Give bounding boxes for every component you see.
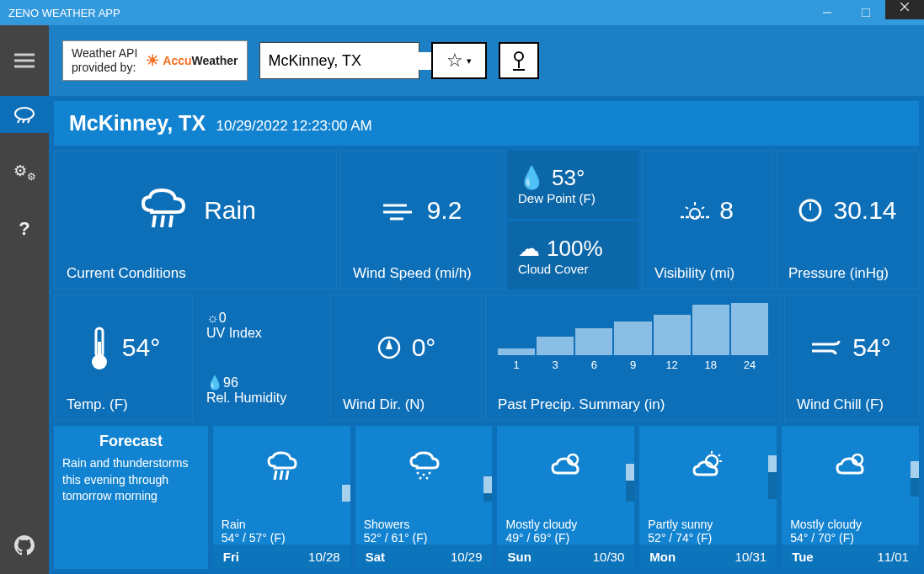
svg-line-15 xyxy=(162,215,163,227)
tile-wind-chill: 54° Wind Chill (F) xyxy=(784,295,919,421)
forecast-condition: Rain xyxy=(213,518,246,531)
forecast-day: Sun xyxy=(507,550,531,564)
tile-pressure: 30.14 Pressure (inHg) xyxy=(776,151,919,290)
forecast-condition: Showers xyxy=(355,518,409,531)
forecast-day-card[interactable]: Partly sunny 52° / 74° (F) Mon 10/31 xyxy=(639,426,777,569)
location-pin-icon xyxy=(510,50,528,72)
pressure-label: Pressure (inHg) xyxy=(788,265,906,282)
precip-bar-label: 24 xyxy=(744,359,756,371)
sidebar-item-help[interactable]: ? xyxy=(0,210,49,247)
pressure-value: 30.14 xyxy=(833,196,896,225)
api-provider-box: Weather API provided by: ☀ AccuWeather xyxy=(62,40,248,81)
forecast-day: Mon xyxy=(649,550,676,564)
forecast-date: 10/29 xyxy=(451,550,483,564)
location-search-box[interactable]: ✕ xyxy=(259,42,419,79)
window-title: ZENO WEATHER APP xyxy=(8,7,120,19)
compass-icon xyxy=(377,335,402,360)
close-button[interactable] xyxy=(885,0,924,19)
forecast-condition: Mostly cloudy xyxy=(497,518,577,531)
forecast-day-card[interactable]: Rain 54° / 57° (F) Fri 10/28 xyxy=(213,426,350,569)
tile-wind-speed: 9.2 Wind Speed (mi/h) xyxy=(340,151,505,290)
page-title: McKinney, TX xyxy=(69,111,206,136)
forecast-date: 10/31 xyxy=(735,550,767,564)
svg-line-34 xyxy=(275,470,276,480)
precip-bar-label: 6 xyxy=(591,359,597,371)
forecast-temps: 52° / 74° (F) xyxy=(639,531,712,545)
cloud-cover-label: Cloud Cover xyxy=(518,262,628,276)
chevron-down-icon: ▾ xyxy=(467,56,472,66)
precip-bar: 1 xyxy=(498,348,535,371)
maximize-button[interactable] xyxy=(847,0,885,25)
droplet-icon: 💧 xyxy=(518,165,545,191)
forecast-date: 11/01 xyxy=(877,550,909,564)
accuweather-logo: ☀ AccuWeather xyxy=(146,51,238,70)
cloud-cover-value: 100% xyxy=(547,236,603,262)
tile-uv-humidity: ☼0 UV Index 💧96 Rel. Humidity xyxy=(196,295,327,421)
svg-marker-31 xyxy=(386,339,393,349)
precip-bar: 6 xyxy=(575,328,612,371)
main-content: McKinney, TX 10/29/2022 12:23:00 AM Rain… xyxy=(49,96,924,574)
forecast-date: 10/30 xyxy=(593,550,625,564)
forecast-day-card[interactable]: Showers 52° / 61° (F) Sat 10/29 xyxy=(355,426,493,569)
visibility-label: Visibility (mi) xyxy=(654,265,760,282)
forecast-condition: Mostly cloudy xyxy=(782,518,862,531)
dew-point-value: 53° xyxy=(552,165,585,191)
menu-button[interactable] xyxy=(0,25,49,96)
help-icon: ? xyxy=(19,218,29,240)
tile-temperature: 54° Temp. (F) xyxy=(54,295,193,421)
weather-icon xyxy=(13,105,36,124)
wind-speed-value: 9.2 xyxy=(427,196,462,225)
svg-rect-29 xyxy=(98,342,101,360)
cloud-icon: ☁ xyxy=(518,236,540,262)
minimize-button[interactable] xyxy=(808,0,847,25)
wind-icon xyxy=(383,200,417,221)
forecast-day-card[interactable]: Mostly cloudy 54° / 70° (F) Tue 11/01 xyxy=(782,426,919,569)
favorite-dropdown-button[interactable]: ☆ ▾ xyxy=(431,42,487,79)
uv-value: 0 xyxy=(219,311,227,325)
forecast-day-card[interactable]: Mostly cloudy 49° / 69° (F) Sun 10/30 xyxy=(497,426,634,569)
window-controls xyxy=(808,0,924,25)
rain-icon xyxy=(263,449,300,491)
gear-icon: ⚙⚙ xyxy=(13,162,36,183)
star-icon: ☆ xyxy=(446,50,463,72)
precip-bar-label: 12 xyxy=(665,359,677,371)
mostly-cloudy-icon xyxy=(832,449,869,491)
svg-point-10 xyxy=(15,108,34,120)
svg-line-11 xyxy=(18,120,19,123)
tile-dew-cloud: 💧53° Dew Point (F) ☁100% Cloud Cover xyxy=(508,151,638,290)
mostly-cloudy-icon xyxy=(547,449,585,491)
sidebar-item-settings[interactable]: ⚙⚙ xyxy=(0,153,49,190)
showers-icon xyxy=(405,449,442,491)
svg-line-23 xyxy=(702,207,704,209)
toolbar: Weather API provided by: ☀ AccuWeather ✕… xyxy=(0,25,924,96)
svg-point-41 xyxy=(426,477,429,480)
tile-current-conditions: Rain Current Conditions xyxy=(54,151,337,290)
rain-icon xyxy=(135,185,194,236)
precip-bar: 18 xyxy=(692,305,729,371)
humidity-icon: 💧 xyxy=(206,375,223,390)
svg-line-45 xyxy=(718,454,720,456)
thermometer-icon xyxy=(87,325,112,370)
temp-range-bar xyxy=(626,464,634,502)
location-header: McKinney, TX 10/29/2022 12:23:00 AM xyxy=(54,101,919,146)
forecast-title: Forecast xyxy=(62,433,200,450)
precip-bar-label: 18 xyxy=(705,359,717,371)
precip-bar-label: 1 xyxy=(513,359,519,371)
forecast-summary-card: Forecast Rain and thunderstorms this eve… xyxy=(54,426,208,569)
sidebar-item-github[interactable] xyxy=(0,527,49,564)
svg-line-13 xyxy=(28,120,29,123)
temp-label: Temp. (F) xyxy=(67,396,180,413)
svg-point-38 xyxy=(423,474,425,476)
forecast-condition: Partly sunny xyxy=(639,518,713,531)
forecast-temps: 54° / 57° (F) xyxy=(213,531,286,545)
sidebar-item-weather[interactable] xyxy=(0,96,49,133)
wind-chill-value: 54° xyxy=(852,333,890,362)
visibility-icon xyxy=(681,199,709,222)
locate-me-button[interactable] xyxy=(499,42,539,79)
svg-point-7 xyxy=(515,52,523,61)
svg-line-35 xyxy=(280,470,282,480)
wind-dir-label: Wind Dir. (N) xyxy=(343,396,469,413)
forecast-day: Tue xyxy=(792,550,814,564)
svg-point-40 xyxy=(419,477,422,480)
forecast-temps: 54° / 70° (F) xyxy=(782,531,854,545)
